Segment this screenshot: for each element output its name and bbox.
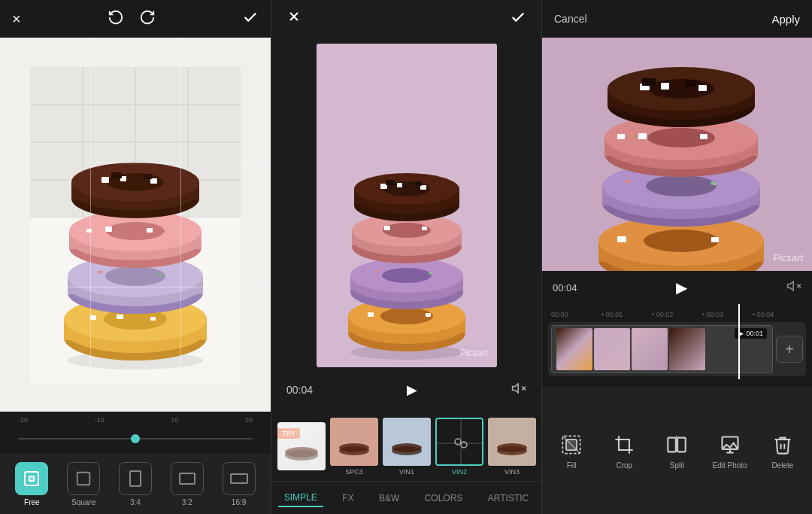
- ratio32-label: 3:2: [182, 498, 192, 506]
- svg-rect-123: [617, 236, 626, 242]
- badge-time: 00:01: [746, 330, 763, 337]
- filter-tabs: SIMPLE FX B&W COLORS ARTISTIC: [271, 481, 541, 514]
- tool-crop[interactable]: Crop: [604, 431, 644, 470]
- filter-close-icon[interactable]: [286, 9, 301, 28]
- apply-button[interactable]: Apply: [771, 13, 800, 26]
- slider-mid-left: -10: [95, 416, 105, 424]
- crop-slider[interactable]: [9, 424, 262, 454]
- video-play-button[interactable]: ▶: [668, 274, 695, 301]
- svg-marker-153: [788, 281, 794, 290]
- crop-icon: [611, 431, 638, 458]
- filter-thumb-vin2[interactable]: VIN2: [435, 418, 483, 476]
- svg-point-115: [497, 443, 527, 452]
- filter-volume-icon[interactable]: [511, 381, 526, 399]
- split-label: Split: [670, 461, 684, 470]
- tool-edit-photo[interactable]: Edit Photo: [710, 431, 750, 470]
- filter-thumb-vin3[interactable]: VIN3: [488, 418, 536, 476]
- filter-play-button[interactable]: ▶: [398, 376, 426, 403]
- filter-thumb-vin1[interactable]: VIN1: [383, 418, 431, 476]
- svg-rect-105: [383, 418, 431, 466]
- confirm-icon[interactable]: [242, 9, 259, 29]
- picsart-watermark-2: Picsart: [460, 348, 488, 358]
- filter-img-vin2: [435, 418, 483, 466]
- ruler-mark-1: • 00:01: [601, 311, 652, 318]
- svg-rect-68: [426, 313, 431, 317]
- slider-min: -20: [18, 416, 28, 424]
- tab-simple[interactable]: SIMPLE: [278, 489, 323, 507]
- donut-illustration-2: [317, 44, 497, 367]
- tab-artistic[interactable]: ARTISTIC: [482, 490, 535, 506]
- crop-image-area: [0, 38, 271, 412]
- clip-thumb-4: [669, 328, 705, 370]
- filter-name-vin3: VIN3: [504, 468, 520, 476]
- crop-tools: Free Square 3:4 3:2: [0, 454, 271, 514]
- filter-thumb-spc3[interactable]: SPC3: [330, 418, 378, 476]
- ratio32-icon: [171, 462, 204, 495]
- svg-rect-23: [117, 315, 123, 319]
- tool-free[interactable]: Free: [9, 462, 54, 506]
- tab-fx[interactable]: FX: [336, 490, 359, 506]
- edit-photo-label: Edit Photo: [713, 461, 747, 470]
- tool-ratio32[interactable]: 3:2: [165, 462, 210, 506]
- tab-bw[interactable]: B&W: [373, 490, 405, 506]
- tool-ratio34[interactable]: 3:4: [113, 462, 158, 506]
- svg-rect-152: [685, 80, 696, 87]
- add-clip-button[interactable]: +: [776, 336, 803, 363]
- cancel-button[interactable]: Cancel: [554, 13, 587, 25]
- filter-header: [271, 0, 541, 38]
- picsart-watermark-3: Picsart: [773, 252, 803, 263]
- video-header: Cancel Apply: [542, 0, 812, 38]
- svg-rect-151: [642, 78, 656, 86]
- svg-point-104: [339, 443, 369, 452]
- filter-strip: TRY SPC3 VIN1: [271, 406, 541, 482]
- tool-ratio169[interactable]: 16:9: [217, 462, 262, 506]
- close-icon[interactable]: ×: [12, 11, 21, 28]
- crop-label: Crop: [616, 461, 632, 470]
- donut-illustration-3: [542, 38, 812, 271]
- tool-fill[interactable]: Fill: [552, 431, 591, 470]
- ruler-mark-3: • 00:03: [702, 311, 753, 318]
- tool-split[interactable]: Split: [657, 431, 696, 470]
- filter-image-area: Picsart: [271, 38, 541, 373]
- undo-icon[interactable]: [108, 9, 124, 29]
- video-volume-icon[interactable]: [786, 278, 801, 297]
- edit-photo-icon: [717, 431, 744, 458]
- free-label: Free: [24, 498, 40, 506]
- video-tools: Fill Crop Split: [542, 387, 812, 514]
- svg-point-37: [106, 222, 165, 240]
- filter-name-vin2: VIN2: [452, 468, 467, 476]
- video-playback: 00:04 ▶: [542, 271, 812, 304]
- svg-rect-40: [86, 229, 92, 233]
- svg-marker-96: [513, 384, 519, 393]
- filter-panel: Picsart 00:04 ▶ TRY SPC3: [271, 0, 541, 514]
- video-timeline: 00:00 • 00:01 • 00:02 • 00:03 • 00:04: [542, 304, 812, 387]
- redo-icon[interactable]: [139, 9, 156, 29]
- svg-rect-95: [414, 181, 422, 186]
- video-preview: Picsart: [542, 38, 812, 271]
- tool-delete[interactable]: Delete: [763, 431, 802, 470]
- ruler-mark-2: • 00:02: [652, 311, 702, 318]
- slider-handle[interactable]: [131, 434, 140, 443]
- svg-rect-38: [105, 227, 112, 232]
- svg-rect-53: [77, 472, 90, 485]
- svg-rect-93: [397, 183, 402, 187]
- slider-max: 20: [245, 416, 253, 424]
- filter-time: 00:04: [286, 384, 313, 396]
- tab-colors[interactable]: COLORS: [419, 490, 469, 506]
- svg-rect-67: [368, 312, 374, 317]
- filter-confirm-icon[interactable]: [510, 9, 526, 29]
- crop-photo: [0, 38, 271, 412]
- timeline-scrubber[interactable]: [738, 304, 740, 379]
- svg-rect-39: [147, 228, 153, 233]
- svg-rect-55: [180, 473, 195, 484]
- filter-photo: Picsart: [317, 44, 497, 367]
- slider-labels: -20 -10 10 20: [9, 415, 262, 424]
- svg-rect-48: [150, 178, 157, 184]
- svg-point-74: [382, 268, 432, 283]
- tool-square[interactable]: Square: [61, 462, 106, 506]
- filter-img-vin3: [488, 418, 536, 466]
- svg-rect-149: [698, 85, 707, 91]
- filter-thumb-try[interactable]: TRY: [277, 422, 326, 470]
- ratio169-icon: [223, 462, 256, 495]
- slider-mid-right: 10: [171, 416, 178, 424]
